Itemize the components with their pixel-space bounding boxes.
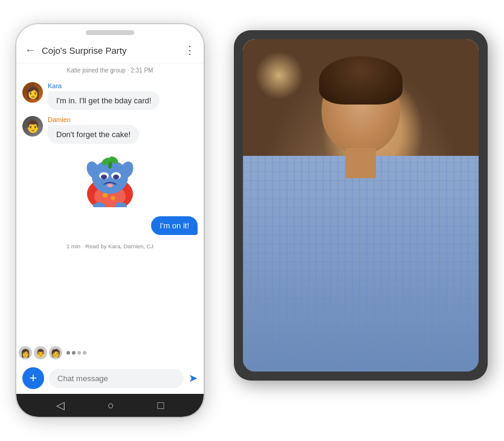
message-bubble-damien: Don't forget the cake!: [48, 125, 139, 144]
bottom-nav: ◁ ○ □: [16, 394, 204, 417]
sender-name-kara: Kara: [48, 82, 160, 89]
dot-1: [66, 351, 70, 355]
message-bubble-kara: I'm in. I'll get the bday card!: [48, 91, 160, 110]
avatar-kara: [22, 82, 43, 103]
phone-notch: [86, 30, 134, 35]
reaction-row: 👩 👨 🧑: [16, 343, 204, 362]
sent-bubble: I'm on it!: [151, 216, 198, 235]
chat-message-input[interactable]: [49, 369, 184, 388]
person-hair: [319, 56, 402, 105]
scene: ← Cojo's Surprise Party ⋮ Katie joined t…: [16, 12, 488, 429]
reaction-avatar-1: 👩: [19, 346, 32, 359]
nav-recent-icon[interactable]: □: [157, 399, 164, 412]
dot-4: [83, 351, 86, 355]
svg-point-3: [111, 196, 115, 201]
message-content: Kara I'm in. I'll get the bday card!: [48, 82, 160, 110]
svg-point-9: [101, 175, 107, 179]
person-body: [243, 189, 479, 372]
message-row: Damien Don't forget the cake!: [22, 116, 198, 144]
avatar-damien: [22, 116, 43, 137]
messages-list: Kara I'm in. I'll get the bday card! Dam…: [16, 77, 204, 343]
nav-back-icon[interactable]: ◁: [56, 399, 65, 412]
reaction-avatar-3: 🧑: [49, 346, 62, 359]
add-button[interactable]: +: [22, 367, 44, 389]
back-arrow-icon[interactable]: ←: [25, 44, 36, 57]
tablet-device: [234, 30, 488, 381]
sticker-area: [22, 150, 198, 210]
sender-name-damien: Damien: [48, 116, 139, 123]
read-receipt: 1 min · Read by Kara, Damien, CJ: [22, 243, 198, 249]
person-neck: [346, 148, 376, 178]
light-spot: [255, 51, 303, 100]
nav-home-icon[interactable]: ○: [108, 399, 114, 412]
chat-title: Cojo's Surprise Party: [42, 45, 184, 56]
message-content: Damien Don't forget the cake!: [48, 116, 139, 144]
more-options-icon[interactable]: ⋮: [184, 43, 195, 57]
dot-2: [72, 351, 76, 355]
sent-message-row: I'm on it!: [22, 216, 198, 235]
input-bar: + ➤: [16, 362, 204, 394]
coffee-cup: [430, 308, 460, 353]
dot-3: [77, 351, 81, 355]
svg-point-10: [113, 175, 119, 179]
svg-point-11: [107, 184, 113, 187]
person-arm: [401, 245, 477, 347]
reaction-dots: [66, 351, 86, 355]
chat-header: ← Cojo's Surprise Party ⋮: [16, 37, 204, 63]
sticker-monster: [80, 153, 140, 207]
phone-screen: ← Cojo's Surprise Party ⋮ Katie joined t…: [16, 37, 204, 417]
join-notice: Katie joined the group · 2:31 PM: [16, 63, 204, 77]
tablet-screen: [243, 39, 479, 372]
phone-device: ← Cojo's Surprise Party ⋮ Katie joined t…: [16, 24, 204, 417]
person-photo: [243, 39, 479, 372]
reaction-avatar-2: 👨: [34, 346, 47, 359]
held-phone: [421, 257, 445, 299]
message-row: Kara I'm in. I'll get the bday card!: [22, 82, 198, 110]
send-button[interactable]: ➤: [189, 372, 198, 385]
